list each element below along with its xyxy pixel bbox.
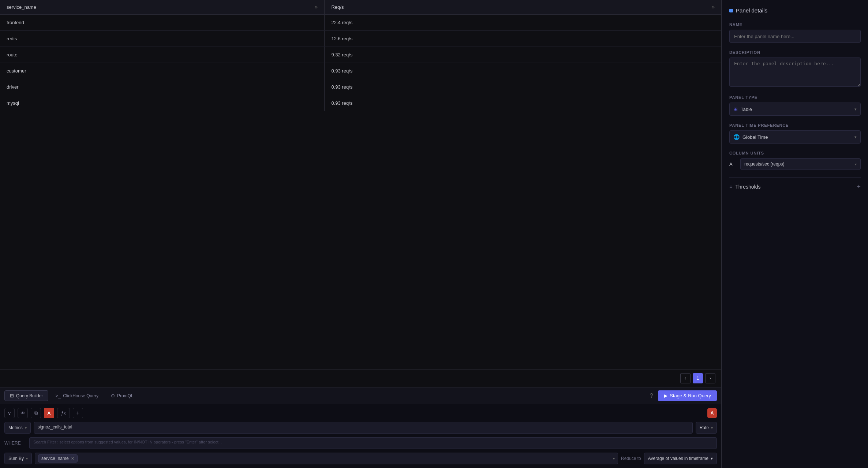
cell-reqs: 22.4 req/s xyxy=(325,15,721,31)
cell-service-name: driver xyxy=(0,79,325,95)
sort-icon-reqs: ⇅ xyxy=(712,5,715,9)
thresholds-left: ≡ Thresholds xyxy=(729,184,760,190)
thresholds-header: ≡ Thresholds + xyxy=(729,183,861,190)
remove-tag-button[interactable]: ✕ xyxy=(71,456,74,461)
sort-icon-service: ⇅ xyxy=(315,5,318,9)
cell-reqs: 0.93 req/s xyxy=(325,79,721,95)
panel-type-label: PANEL TYPE xyxy=(729,95,861,100)
tab-clickhouse[interactable]: >_ ClickHouse Query xyxy=(50,390,104,401)
panel-time-section: PANEL TIME PREFERENCE 🌐 Global Time ▾ xyxy=(729,123,861,144)
panel-type-value: Table xyxy=(741,107,752,112)
a-label-right: A xyxy=(707,408,717,418)
add-query-button[interactable]: + xyxy=(73,408,83,418)
page-1-button[interactable]: 1 xyxy=(693,373,703,383)
help-button[interactable]: ? xyxy=(646,391,656,401)
right-panel: Panel details NAME DESCRIPTION PANEL TYP… xyxy=(722,0,868,468)
rate-select[interactable]: Rate ▾ xyxy=(696,422,717,434)
panel-time-label: PANEL TIME PREFERENCE xyxy=(729,123,861,127)
description-label: DESCRIPTION xyxy=(729,50,861,55)
cell-reqs: 12.6 req/s xyxy=(325,31,721,47)
add-threshold-button[interactable]: + xyxy=(857,183,861,190)
cell-reqs: 9.32 req/s xyxy=(325,47,721,63)
cell-service-name: redis xyxy=(0,31,325,47)
run-query-button[interactable]: ▶ Stage & Run Query xyxy=(658,390,717,401)
rate-chevron: ▾ xyxy=(711,426,713,430)
panel-type-section: PANEL TYPE ⊞ Table ▾ xyxy=(729,95,861,116)
panel-type-chevron: ▾ xyxy=(854,107,857,112)
table-row[interactable]: driver0.93 req/s xyxy=(0,79,721,95)
table-row[interactable]: customer0.93 req/s xyxy=(0,63,721,79)
reduce-to-chevron: ▾ xyxy=(711,456,713,461)
thresholds-icon: ≡ xyxy=(729,184,732,190)
cell-service-name: frontend xyxy=(0,15,325,31)
tab-query-builder[interactable]: ⊞ Query Builder xyxy=(4,390,48,401)
query-builder-icon: ⊞ xyxy=(10,393,14,398)
data-table: service_name ⇅ Req/s ⇅ frontend22.4 req/… xyxy=(0,0,721,369)
service-name-tag[interactable]: service_name ✕ xyxy=(38,454,78,463)
panel-name-input[interactable] xyxy=(729,30,861,43)
table-row[interactable]: route9.32 req/s xyxy=(0,47,721,63)
where-label: WHERE xyxy=(4,441,26,446)
metrics-type-chevron: ▾ xyxy=(25,426,27,430)
copy-icon: ⧉ xyxy=(34,410,38,416)
clickhouse-icon: >_ xyxy=(55,393,61,398)
globe-icon: 🌐 xyxy=(733,134,740,140)
query-fields: Metrics ▾ signoz_calls_total Rate ▾ WHER… xyxy=(4,422,717,464)
copy-button[interactable]: ⧉ xyxy=(31,408,41,418)
name-section: NAME xyxy=(729,22,861,43)
col-header-service[interactable]: service_name ⇅ xyxy=(0,0,325,15)
promql-icon: ⊙ xyxy=(111,393,115,398)
query-row-header: ∨ 👁 ⧉ A ƒx + A xyxy=(4,408,717,418)
column-units-row: A requests/sec (reqps) ▾ xyxy=(729,158,861,170)
cell-service-name: route xyxy=(0,47,325,63)
query-bar: ⊞ Query Builder >_ ClickHouse Query ⊙ Pr… xyxy=(0,387,721,404)
prev-page-button[interactable]: ‹ xyxy=(680,373,691,383)
eye-icon: 👁 xyxy=(20,411,25,416)
play-icon: ▶ xyxy=(664,393,667,398)
column-units-section: COLUMN UNITS A requests/sec (reqps) ▾ xyxy=(729,151,861,170)
pagination: ‹ 1 › xyxy=(0,369,721,387)
column-units-chevron: ▾ xyxy=(855,162,857,166)
sum-by-dropdown-chevron[interactable]: ▾ xyxy=(613,457,615,461)
query-builder-content: ∨ 👁 ⧉ A ƒx + A Metrics xyxy=(0,404,721,468)
thresholds-section: ≡ Thresholds + xyxy=(729,183,861,190)
sum-by-row: Sum By ▾ service_name ✕ ▾ Reduce to Aver… xyxy=(4,453,717,464)
visibility-toggle-button[interactable]: 👁 xyxy=(18,408,28,418)
reduce-to-select[interactable]: Average of values in timeframe ▾ xyxy=(644,453,717,464)
formula-icon: ƒx xyxy=(61,411,66,416)
panel-description-input[interactable] xyxy=(729,57,861,87)
sum-by-chevron: ▾ xyxy=(26,457,28,461)
table-row[interactable]: mysql0.93 req/s xyxy=(0,95,721,111)
column-units-select[interactable]: requests/sec (reqps) ▾ xyxy=(740,158,861,170)
table-row[interactable]: redis12.6 req/s xyxy=(0,31,721,47)
where-row: WHERE Search Filter : select options fro… xyxy=(4,437,717,449)
plus-icon: + xyxy=(76,410,79,416)
next-page-button[interactable]: › xyxy=(705,373,715,383)
panel-details-icon xyxy=(729,9,733,12)
table-icon: ⊞ xyxy=(733,106,738,112)
description-section: DESCRIPTION xyxy=(729,50,861,88)
where-input[interactable]: Search Filter : select options from sugg… xyxy=(29,437,717,449)
col-header-reqs[interactable]: Req/s ⇅ xyxy=(325,0,721,15)
table-row[interactable]: frontend22.4 req/s xyxy=(0,15,721,31)
panel-details-header: Panel details xyxy=(729,7,861,14)
cell-service-name: mysql xyxy=(0,95,325,111)
reduce-to-label: Reduce to xyxy=(621,456,641,461)
sum-by-select[interactable]: Sum By ▾ xyxy=(4,453,32,464)
tab-promql[interactable]: ⊙ PromQL xyxy=(105,390,139,401)
panel-time-value: Global Time xyxy=(742,134,768,140)
metrics-value-input[interactable]: signoz_calls_total xyxy=(34,422,693,434)
metrics-type-select[interactable]: Metrics ▾ xyxy=(4,422,31,434)
formula-button[interactable]: ƒx xyxy=(57,408,70,418)
divider xyxy=(729,177,861,178)
column-units-label: COLUMN UNITS xyxy=(729,151,861,155)
query-a-badge[interactable]: A xyxy=(44,408,54,418)
name-label: NAME xyxy=(729,22,861,27)
cell-reqs: 0.93 req/s xyxy=(325,95,721,111)
chevron-down-icon: ∨ xyxy=(8,411,11,416)
expand-button[interactable]: ∨ xyxy=(4,408,15,418)
panel-details-title: Panel details xyxy=(736,7,767,14)
panel-type-select[interactable]: ⊞ Table ▾ xyxy=(729,103,861,116)
panel-time-chevron: ▾ xyxy=(854,135,857,140)
panel-time-select[interactable]: 🌐 Global Time ▾ xyxy=(729,130,861,144)
